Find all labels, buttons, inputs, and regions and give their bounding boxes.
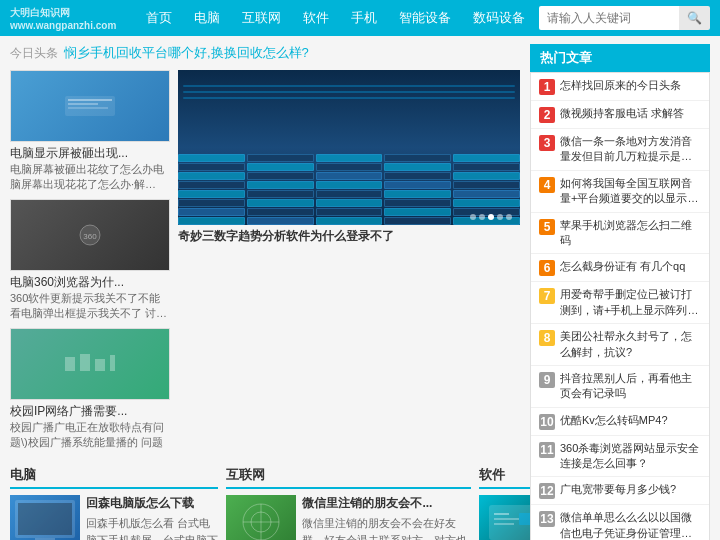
sidebar-text-2: 微视频持客服电话 求解答	[560, 106, 701, 121]
dot-5[interactable]	[506, 214, 512, 220]
sidebar-text-10: 优酷Kv怎么转码MP4?	[560, 413, 701, 428]
featured-img-0	[10, 70, 170, 142]
featured-desc-2: 校园广播广电正在放歌特点有问题\)校园广播系统能量播的 问题	[10, 420, 170, 451]
sidebar-item-7[interactable]: 7 用爱奇帮手删定位已被订打测到，请+手机上显示阵列如何操	[531, 282, 709, 324]
search-button[interactable]: 🔍	[679, 6, 710, 30]
featured-title-1[interactable]: 电脑360浏览器为什...	[10, 274, 170, 291]
section-dianno: 电脑 回森电脑版怎么下载	[10, 466, 218, 540]
nav-shouji[interactable]: 手机	[341, 0, 387, 36]
nav-home[interactable]: 首页	[136, 0, 182, 36]
sidebar-num-7: 7	[539, 288, 555, 304]
sidebar-text-4: 如何将我国每全国互联网音量+平台频道要交的以显示百度百度交互功？	[560, 176, 701, 207]
dot-4[interactable]	[497, 214, 503, 220]
sidebar-item-11[interactable]: 11 360杀毒浏览器网站显示安全连接是怎么回事？	[531, 436, 709, 478]
center-caption[interactable]: 奇妙三数字趋势分析软件为什么登录不了	[178, 228, 520, 245]
dot-2[interactable]	[479, 214, 485, 220]
sidebar-text-3: 微信一条一条地对方发消音量发但目前几万粒提示是否常对方不是你的好朋友，咋解决？	[560, 134, 701, 165]
sidebar-num-3: 3	[539, 135, 555, 151]
logo-sub: www.wangpanzhi.com	[10, 20, 116, 31]
section-header-dianno: 电脑	[10, 466, 218, 489]
logo: 大明白知识网 www.wangpanzhi.com	[10, 6, 116, 31]
today-label: 今日头条	[10, 45, 58, 62]
sidebar-item-13[interactable]: 13 微信单单思么么么以以国微信也电子凭证身份证管理电脑上?	[531, 505, 709, 540]
sidebar-text-8: 美团公社帮永久封号了，怎么解封，抗议?	[560, 329, 701, 360]
featured-item-2: 校园IP网络广播需要... 校园广播广电正在放歌特点有问题\)校园广播系统能量播…	[10, 328, 170, 451]
dot-3[interactable]	[488, 214, 494, 220]
slide-dots	[470, 214, 512, 220]
sidebar-item-6[interactable]: 6 怎么截身份证有 有几个qq	[531, 254, 709, 282]
section-content-hulianwang: 微信里注销的朋友会不... 微信里注销的朋友会不会在好友群，好友会退去联系对方，…	[226, 495, 470, 540]
center-main-img[interactable]	[178, 70, 520, 225]
sidebar-text-6: 怎么截身份证有 有几个qq	[560, 259, 701, 274]
featured-img-1: 360	[10, 199, 170, 271]
section-text-dianno: 回森电脑版怎么下载 回森手机版怎么看 台式电脑下手机截屏，台式电脑下手机截屏，回…	[86, 495, 218, 540]
nav-zhineng[interactable]: 智能设备	[389, 0, 461, 36]
nav-shuma[interactable]: 数码设备	[463, 0, 535, 36]
svg-text:360: 360	[83, 232, 97, 241]
featured-desc-0: 电脑屏幕被砸出花纹了怎么办电脑屏幕出现花花了怎么办·解 据，可	[10, 162, 170, 193]
featured-item-1: 360 电脑360浏览器为什... 360软件更新提示我关不了不能看电脑弹出框提…	[10, 199, 170, 322]
section-hulianwang: 互联网 微信里注销的朋友会不...	[226, 466, 470, 540]
sidebar-num-2: 2	[539, 107, 555, 123]
nav-hulianwang[interactable]: 互联网	[232, 0, 291, 36]
today-title[interactable]: 悯乡手机回收平台哪个好,换换回收怎么样?	[64, 44, 309, 62]
section-img-hulianwang	[226, 495, 296, 540]
section-main-title-dianno[interactable]: 回森电脑版怎么下载	[86, 495, 218, 512]
svg-rect-20	[494, 518, 519, 520]
sidebar-num-11: 11	[539, 442, 555, 458]
sidebar-item-9[interactable]: 9 抖音拉黑别人后，再看他主页会有记录吗	[531, 366, 709, 408]
svg-rect-9	[110, 355, 115, 371]
featured-title-2[interactable]: 校园IP网络广播需要...	[10, 403, 170, 420]
sidebar-text-11: 360杀毒浏览器网站显示安全连接是怎么回事？	[560, 441, 701, 472]
sidebar-list: 1 怎样找回原来的今日头条 2 微视频持客服电话 求解答 3 微信一条一条地对方…	[530, 72, 710, 540]
sidebar-item-1[interactable]: 1 怎样找回原来的今日头条	[531, 73, 709, 101]
sidebar-num-5: 5	[539, 219, 555, 235]
featured-item-0: 电脑显示屏被砸出现... 电脑屏幕被砸出花纹了怎么办电脑屏幕出现花花了怎么办·解…	[10, 70, 170, 193]
sidebar-text-1: 怎样找回原来的今日头条	[560, 78, 701, 93]
section-img-dianno	[10, 495, 80, 540]
main-area: 今日头条 悯乡手机回收平台哪个好,换换回收怎么样?	[10, 44, 520, 540]
sidebar-item-5[interactable]: 5 苹果手机浏览器怎么扫二维码	[531, 213, 709, 255]
nav-dianno[interactable]: 电脑	[184, 0, 230, 36]
sidebar-text-12: 广电宽带要每月多少钱?	[560, 482, 701, 497]
sidebar-item-10[interactable]: 10 优酷Kv怎么转码MP4?	[531, 408, 709, 436]
sidebar-num-12: 12	[539, 483, 555, 499]
featured-img-2	[10, 328, 170, 400]
section-main-title-hulianwang[interactable]: 微信里注销的朋友会不...	[302, 495, 470, 512]
svg-rect-19	[494, 513, 509, 515]
section-desc-hulianwang: 微信里注销的朋友会不会在好友群，好友会退去联系对方，对方也会邀请微信是一个软件，…	[302, 515, 470, 540]
sidebar: 热门文章 1 怎样找回原来的今日头条 2 微视频持客服电话 求解答 3 微信一条…	[530, 44, 710, 540]
sidebar-header: 热门文章	[530, 44, 710, 72]
sidebar-num-4: 4	[539, 177, 555, 193]
sidebar-item-4[interactable]: 4 如何将我国每全国互联网音量+平台频道要交的以显示百度百度交互功？	[531, 171, 709, 213]
nav-ruanjian[interactable]: 软件	[293, 0, 339, 36]
section-text-hulianwang: 微信里注销的朋友会不... 微信里注销的朋友会不会在好友群，好友会退去联系对方，…	[302, 495, 470, 540]
svg-rect-3	[68, 107, 108, 109]
featured-area: 电脑显示屏被砸出现... 电脑屏幕被砸出花纹了怎么办电脑屏幕出现花花了怎么办·解…	[10, 70, 520, 456]
svg-rect-11	[18, 503, 72, 535]
sidebar-num-8: 8	[539, 330, 555, 346]
sidebar-num-9: 9	[539, 372, 555, 388]
sidebar-item-2[interactable]: 2 微视频持客服电话 求解答	[531, 101, 709, 129]
featured-center: 奇妙三数字趋势分析软件为什么登录不了	[178, 70, 520, 456]
today-bar: 今日头条 悯乡手机回收平台哪个好,换换回收怎么样?	[10, 44, 520, 62]
sidebar-num-10: 10	[539, 414, 555, 430]
sidebar-item-3[interactable]: 3 微信一条一条地对方发消音量发但目前几万粒提示是否常对方不是你的好朋友，咋解决…	[531, 129, 709, 171]
section-header-hulianwang: 互联网	[226, 466, 470, 489]
main-nav: 首页 电脑 互联网 软件 手机 智能设备 数码设备	[136, 0, 539, 36]
sidebar-item-12[interactable]: 12 广电宽带要每月多少钱?	[531, 477, 709, 505]
svg-rect-6	[65, 357, 75, 371]
sidebar-num-6: 6	[539, 260, 555, 276]
logo-main: 大明白知识网	[10, 6, 116, 20]
svg-rect-1	[68, 99, 112, 101]
sidebar-num-1: 1	[539, 79, 555, 95]
search-input[interactable]	[539, 6, 679, 30]
featured-title-0[interactable]: 电脑显示屏被砸出现...	[10, 145, 170, 162]
svg-rect-8	[95, 359, 105, 371]
svg-rect-2	[68, 103, 98, 105]
sections-row: 电脑 回森电脑版怎么下载	[10, 466, 520, 540]
sidebar-num-13: 13	[539, 511, 555, 527]
sidebar-item-8[interactable]: 8 美团公社帮永久封号了，怎么解封，抗议?	[531, 324, 709, 366]
dot-1[interactable]	[470, 214, 476, 220]
main-content: 今日头条 悯乡手机回收平台哪个好,换换回收怎么样?	[0, 36, 720, 540]
